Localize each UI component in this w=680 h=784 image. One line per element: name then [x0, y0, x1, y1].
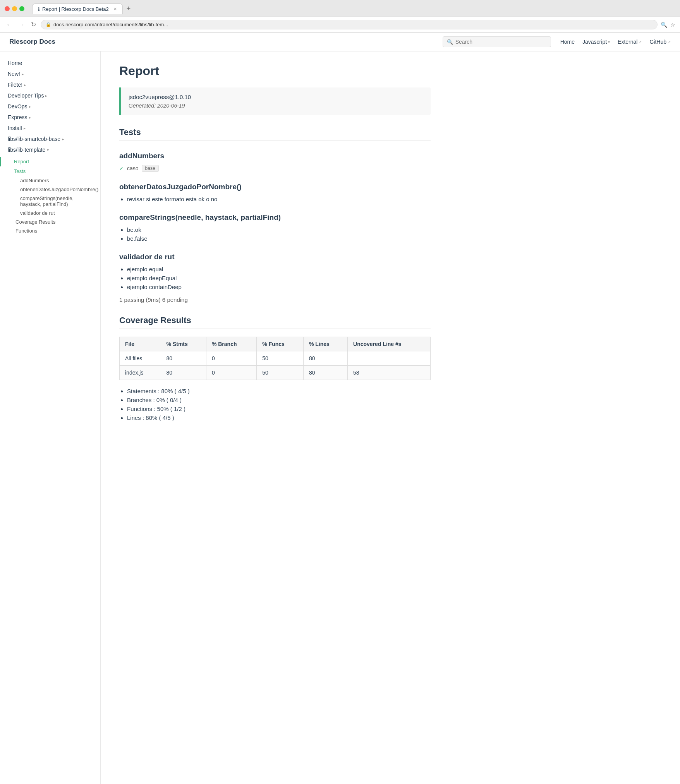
sidebar-item-new[interactable]: New! ▸	[0, 68, 100, 79]
back-button[interactable]: ←	[5, 20, 14, 30]
new-tab-button[interactable]: +	[124, 3, 134, 14]
nav-home[interactable]: Home	[560, 39, 575, 45]
sidebar-item-functions[interactable]: Functions	[0, 226, 100, 235]
tab-favicon: ℹ	[38, 7, 40, 12]
obtener-title: obtenerDatosJuzgadoPorNombre()	[119, 183, 431, 191]
sidebar-item-addnumbers[interactable]: addNumbers	[0, 176, 100, 185]
list-item: Lines : 80% ( 4/5 )	[127, 414, 431, 421]
cell-uncovered	[348, 351, 431, 366]
minimize-traffic-light[interactable]	[12, 6, 17, 11]
col-lines: % Lines	[303, 337, 347, 351]
page-title: Report	[119, 64, 431, 78]
sidebar-group-libs-template: Report Tests addNumbers obtenerDatosJuzg…	[0, 157, 100, 235]
sidebar-item-comparestrings[interactable]: compareStrings(needle, haystack, partial…	[0, 194, 100, 209]
chevron-right-icon-6: ▸	[24, 126, 26, 130]
cell-branch: 0	[206, 366, 256, 380]
search-icon: 🔍	[447, 39, 453, 45]
sidebar-item-install[interactable]: Install ▸	[0, 123, 100, 134]
addnumbers-title: addNumbers	[119, 152, 431, 160]
validador-title: validador de rut	[119, 253, 431, 261]
bookmark-star-icon[interactable]: ☆	[670, 22, 675, 28]
comparestrings-title: compareStrings(needle, haystack, partial…	[119, 213, 431, 222]
passing-text: 1 passing (9ms) 6 pending	[119, 296, 431, 303]
package-name: jsdoc2vuepress@1.0.10	[129, 94, 423, 100]
cell-stmts: 80	[161, 366, 206, 380]
search-lens-icon[interactable]: 🔍	[661, 22, 667, 28]
sidebar: Home New! ▸ Filete! ▸ Developer Tips ▸ D…	[0, 51, 101, 784]
chevron-down-icon: ▾	[608, 40, 610, 44]
nav-external[interactable]: External ↗	[618, 39, 642, 45]
address-text: docs.riescorp.com/intranet/documents/lib…	[53, 22, 168, 27]
sidebar-item-developer-tips[interactable]: Developer Tips ▸	[0, 90, 100, 101]
sidebar-item-express[interactable]: Express ▸	[0, 112, 100, 123]
cell-file: index.js	[120, 366, 161, 380]
close-traffic-light[interactable]	[5, 6, 10, 11]
tests-heading: Tests	[119, 127, 431, 141]
address-input[interactable]: 🔒 docs.riescorp.com/intranet/documents/l…	[41, 20, 658, 29]
table-header-row: File % Stmts % Branch % Funcs % Lines Un…	[120, 337, 431, 351]
address-bar-container: ← → ↻ 🔒 docs.riescorp.com/intranet/docum…	[0, 17, 680, 33]
cell-funcs: 50	[257, 351, 304, 366]
sidebar-item-coverage-results[interactable]: Coverage Results	[0, 217, 100, 226]
sidebar-item-validador[interactable]: validador de rut	[0, 209, 100, 217]
checkmark-icon: ✓	[119, 165, 124, 171]
cell-file: All files	[120, 351, 161, 366]
active-tab[interactable]: ℹ Report | Riescorp Docs Beta2 ✕	[32, 3, 123, 14]
list-item: revisar si este formato esta ok o no	[127, 196, 431, 202]
stats-list: Statements : 80% ( 4/5 ) Branches : 0% (…	[127, 388, 431, 421]
chevron-right-icon-4: ▸	[29, 104, 31, 109]
site-logo[interactable]: Riescorp Docs	[9, 38, 87, 46]
list-item: ejemplo containDeep	[127, 284, 431, 290]
reload-button[interactable]: ↻	[29, 19, 38, 30]
nav-github[interactable]: GitHub ↗	[649, 39, 671, 45]
list-item: ejemplo equal	[127, 266, 431, 272]
external-link-icon-2: ↗	[668, 40, 671, 44]
sidebar-item-filete[interactable]: Filete! ▸	[0, 79, 100, 90]
cell-lines: 80	[303, 351, 347, 366]
sidebar-item-devops[interactable]: DevOps ▸	[0, 101, 100, 112]
top-nav: Home Javascript ▾ External ↗ GitHub ↗	[560, 39, 671, 45]
generated-date: Generated: 2020-06-19	[129, 103, 423, 109]
chevron-right-icon-2: ▸	[24, 83, 26, 87]
list-item: Statements : 80% ( 4/5 )	[127, 388, 431, 394]
chevron-down-icon-2: ▾	[47, 148, 49, 152]
sidebar-item-obtener[interactable]: obtenerDatosJuzgadoPorNombre()	[0, 185, 100, 194]
sidebar-item-libs-template[interactable]: libs/lib-template ▾	[0, 144, 100, 155]
obtener-list: revisar si este formato esta ok o no	[127, 196, 431, 202]
list-item: ejemplo deepEqual	[127, 275, 431, 281]
tag-base: base	[142, 165, 159, 172]
sidebar-item-report[interactable]: Report	[0, 157, 100, 166]
coverage-table-head: File % Stmts % Branch % Funcs % Lines Un…	[120, 337, 431, 351]
test-name-caso: caso	[127, 165, 139, 171]
traffic-lights	[5, 6, 24, 11]
table-row: All files 80 0 50 80	[120, 351, 431, 366]
maximize-traffic-light[interactable]	[19, 6, 24, 11]
test-case-caso: ✓ caso base	[119, 165, 431, 172]
search-bar[interactable]: 🔍	[443, 36, 551, 47]
validador-list: ejemplo equal ejemplo deepEqual ejemplo …	[127, 266, 431, 290]
col-funcs: % Funcs	[257, 337, 304, 351]
cell-stmts: 80	[161, 351, 206, 366]
comparestrings-list: be.ok be.false	[127, 226, 431, 242]
cell-funcs: 50	[257, 366, 304, 380]
cell-branch: 0	[206, 351, 256, 366]
coverage-table-body: All files 80 0 50 80 index.js 80 0 50 80…	[120, 351, 431, 380]
chevron-right-icon-5: ▸	[29, 115, 31, 120]
sidebar-item-home[interactable]: Home	[0, 58, 100, 68]
external-link-icon: ↗	[639, 40, 642, 44]
cell-lines: 80	[303, 366, 347, 380]
forward-button[interactable]: →	[17, 20, 26, 30]
sidebar-item-libs-smartcob[interactable]: libs/lib-smartcob-base ▸	[0, 134, 100, 144]
nav-javascript[interactable]: Javascript ▾	[582, 39, 610, 45]
search-input[interactable]	[455, 39, 547, 45]
main-content: Report jsdoc2vuepress@1.0.10 Generated: …	[101, 51, 449, 784]
coverage-heading: Coverage Results	[119, 315, 431, 329]
chevron-right-icon: ▸	[22, 72, 24, 76]
list-item: be.ok	[127, 226, 431, 233]
main-layout: Home New! ▸ Filete! ▸ Developer Tips ▸ D…	[0, 51, 680, 784]
sidebar-item-tests[interactable]: Tests	[0, 166, 100, 176]
col-file: File	[120, 337, 161, 351]
table-row: index.js 80 0 50 80 58	[120, 366, 431, 380]
tab-close-button[interactable]: ✕	[113, 7, 117, 12]
chevron-right-icon-3: ▸	[45, 94, 47, 98]
